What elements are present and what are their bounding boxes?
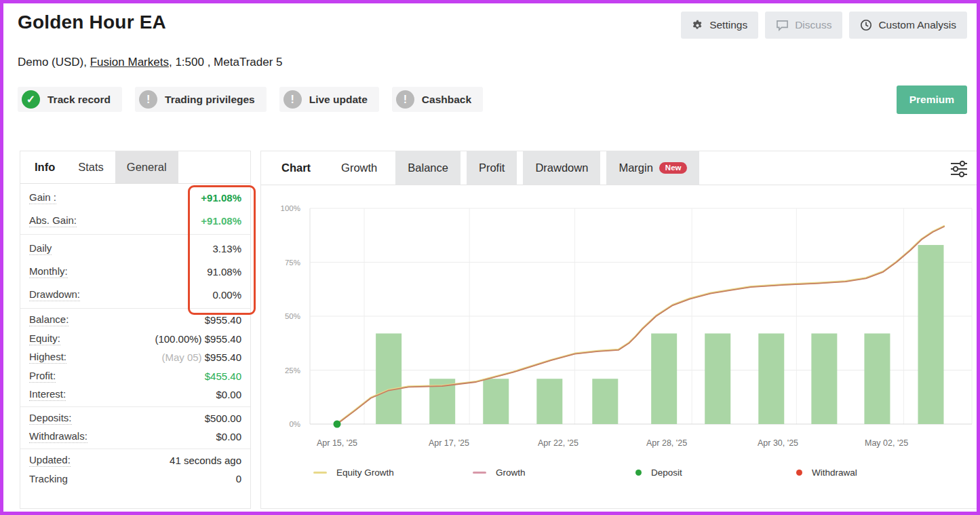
badge-trading-privileges[interactable]: !Trading privileges	[135, 87, 267, 112]
info-row-balance: Balance:$955.40	[20, 311, 250, 330]
growth-line[interactable]	[337, 227, 944, 424]
info-label: Profit:	[29, 370, 56, 383]
info-value: +91.08%	[201, 215, 241, 227]
tab-label: Chart	[281, 161, 311, 174]
badge-label: Track record	[47, 94, 111, 106]
info-label: Monthly:	[29, 265, 68, 278]
legend-line-icon	[313, 472, 327, 474]
info-label: Updated:	[29, 454, 71, 467]
growth-bar[interactable]	[918, 245, 943, 424]
growth-bar[interactable]	[758, 333, 784, 424]
growth-bar[interactable]	[651, 333, 677, 424]
equity-growth-line	[337, 226, 944, 423]
legend-deposit[interactable]: Deposit	[635, 468, 682, 478]
info-row-drawdown: Drawdown:0.00%	[20, 283, 250, 306]
info-row-daily: Daily3.13%	[20, 237, 250, 260]
x-tick: Apr 17, '25	[429, 438, 469, 448]
badge-label: Live update	[309, 94, 368, 106]
chart-panel: ChartGrowthBalanceProfitDrawdownMarginNe…	[260, 151, 979, 509]
info-label: Deposits:	[29, 412, 72, 425]
info-row-profit: Profit:$455.40	[20, 367, 250, 386]
badge-label: Cashback	[422, 94, 471, 106]
page-title: Golden Hour EA	[18, 12, 166, 33]
settings-label: Settings	[709, 19, 747, 31]
growth-bar[interactable]	[811, 333, 837, 424]
sliders-icon[interactable]	[949, 160, 969, 180]
info-value: (May 05) $955.40	[161, 351, 241, 363]
tab-margin[interactable]: MarginNew	[606, 151, 699, 185]
info-row-equity: Equity:(100.00%) $955.40	[20, 330, 250, 349]
tab-info[interactable]: Info	[23, 151, 66, 183]
info-value: 0	[236, 473, 241, 484]
info-row-updated: Updated:41 seconds ago	[20, 451, 250, 470]
growth-bar[interactable]	[483, 379, 509, 424]
info-section: Updated:41 seconds agoTracking0	[20, 449, 250, 491]
premium-button[interactable]: Premium	[897, 85, 967, 114]
tab-stats[interactable]: Stats	[66, 151, 115, 183]
custom-analysis-button[interactable]: Custom Analysis	[849, 12, 967, 39]
account-meta: , 1:500 , MetaTrader 5	[169, 56, 283, 69]
y-tick: 25%	[285, 366, 300, 375]
tab-label: Drawdown	[535, 161, 588, 174]
exclamation-icon: !	[283, 90, 302, 109]
growth-bar[interactable]	[864, 333, 890, 424]
growth-bar[interactable]	[376, 333, 401, 424]
info-rows: Gain :+91.08%Abs. Gain:+91.08%Daily3.13%…	[20, 184, 250, 491]
discuss-button[interactable]: Discuss	[765, 12, 842, 39]
info-label: Highest:	[29, 351, 66, 364]
legend-dot-icon	[796, 470, 802, 476]
settings-button[interactable]: Settings	[681, 12, 758, 39]
info-row-highest: Highest:(May 05) $955.40	[20, 348, 250, 367]
legend-withdrawal[interactable]: Withdrawal	[796, 468, 857, 478]
x-tick: Apr 30, '25	[758, 438, 798, 448]
gear-icon	[692, 20, 703, 31]
account-type: Demo (USD),	[18, 56, 90, 69]
deposit-marker[interactable]	[334, 421, 341, 428]
broker-link[interactable]: Fusion Markets	[90, 56, 169, 69]
tab-balance[interactable]: Balance	[395, 151, 460, 185]
info-value: 0.00%	[212, 289, 241, 301]
tab-growth[interactable]: Growth	[329, 151, 389, 185]
tab-profit[interactable]: Profit	[467, 151, 517, 185]
info-value: (100.00%) $955.40	[155, 333, 241, 345]
legend-dot-icon	[635, 470, 642, 476]
tab-general[interactable]: General	[115, 151, 178, 183]
growth-bar[interactable]	[536, 379, 562, 424]
discuss-label: Discuss	[795, 19, 831, 31]
y-tick: 100%	[281, 204, 300, 212]
legend-label: Withdrawal	[812, 468, 857, 478]
legend-equity-growth[interactable]: Equity Growth	[313, 468, 394, 478]
chat-icon	[776, 20, 789, 31]
tab-drawdown[interactable]: Drawdown	[523, 151, 600, 185]
info-value: +91.08%	[201, 192, 241, 204]
exclamation-icon: !	[139, 90, 157, 109]
legend-growth[interactable]: Growth	[473, 468, 526, 478]
x-tick: May 02, '25	[865, 438, 908, 448]
info-value: $0.00	[216, 431, 241, 442]
badge-cashback[interactable]: !Cashback	[392, 87, 483, 112]
tab-label: Balance	[408, 161, 448, 174]
tab-chart[interactable]: Chart	[269, 151, 323, 185]
account-subtitle: Demo (USD), Fusion Markets, 1:500 , Meta…	[18, 56, 283, 69]
growth-bar[interactable]	[592, 379, 618, 424]
tab-label: Growth	[341, 161, 377, 174]
info-row-tracking: Tracking0	[20, 470, 250, 489]
x-tick: Apr 22, '25	[538, 438, 579, 448]
info-section: Gain :+91.08%Abs. Gain:+91.08%	[20, 184, 250, 234]
chart-tabs: ChartGrowthBalanceProfitDrawdownMarginNe…	[261, 151, 979, 185]
legend-label: Deposit	[651, 468, 682, 478]
info-value: 3.13%	[212, 243, 241, 254]
info-value: 91.08%	[207, 266, 241, 278]
badge-track-record[interactable]: ✓Track record	[18, 87, 122, 112]
x-tick: Apr 28, '25	[646, 438, 687, 448]
exclamation-icon: !	[396, 90, 414, 109]
check-icon: ✓	[22, 90, 40, 109]
growth-chart[interactable]: 0%25%50%75%100%Apr 15, '25Apr 17, '25Apr…	[262, 187, 979, 473]
badge-live-update[interactable]: !Live update	[279, 87, 379, 112]
chart-legend: Equity GrowthGrowthDepositWithdrawal	[261, 468, 979, 488]
info-label: Abs. Gain:	[29, 214, 77, 227]
info-row-deposits: Deposits:$500.00	[20, 409, 250, 428]
info-label: Balance:	[29, 313, 68, 326]
verification-badges: ✓Track record!Trading privileges!Live up…	[18, 87, 483, 112]
growth-bar[interactable]	[705, 333, 730, 424]
